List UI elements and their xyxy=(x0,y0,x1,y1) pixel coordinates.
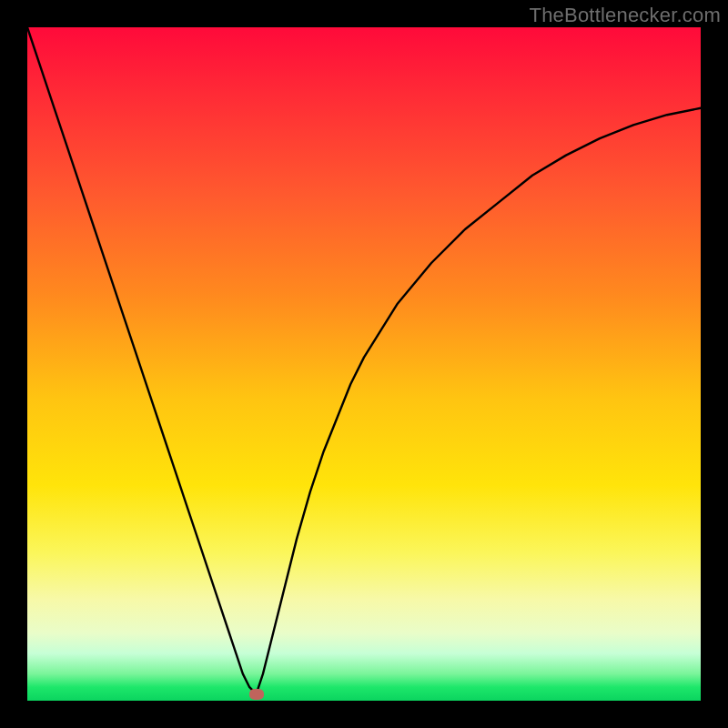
plot-area xyxy=(27,27,701,701)
curve-path xyxy=(27,27,701,694)
chart-frame: TheBottlenecker.com xyxy=(0,0,728,728)
watermark-text: TheBottlenecker.com xyxy=(530,4,721,27)
minimum-marker xyxy=(249,689,264,700)
bottleneck-curve xyxy=(27,27,701,701)
